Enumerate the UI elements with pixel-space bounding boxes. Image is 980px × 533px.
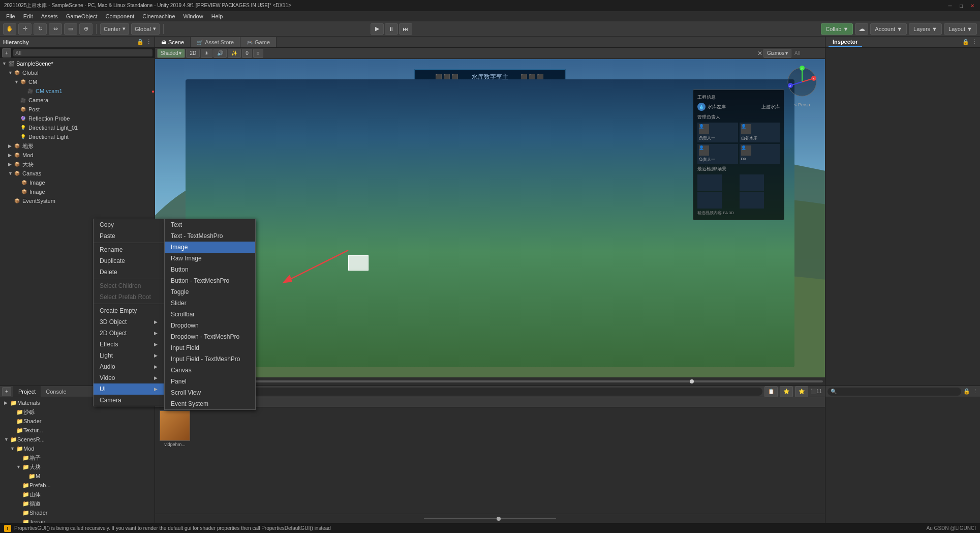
ctx-camera[interactable]: Camera bbox=[94, 395, 164, 406]
proj-item-boxes[interactable]: 📁 箱子 bbox=[0, 453, 155, 462]
ctx-paste[interactable]: Paste bbox=[94, 230, 164, 242]
proj-item-terrain[interactable]: 📁 Terrair bbox=[0, 517, 155, 523]
tree-item-eventsystem[interactable]: 📦 EventSystem bbox=[0, 196, 155, 205]
tree-item-camera[interactable]: 🎥 Camera bbox=[0, 96, 155, 105]
layers-dropdown[interactable]: Layers ▼ bbox=[909, 23, 942, 35]
tree-item-cmvcam1[interactable]: 🎥 CM vcam1 ● bbox=[0, 86, 155, 96]
tree-item-terrain[interactable]: ▶ 📦 地形 bbox=[0, 141, 155, 151]
submenu-input-field[interactable]: Input Field bbox=[165, 342, 255, 353]
inspector-lock-icon[interactable]: 🔒 bbox=[962, 39, 969, 45]
ctx-rename[interactable]: Rename bbox=[94, 244, 164, 255]
minimize-button[interactable]: ─ bbox=[946, 2, 954, 9]
tree-item-mod[interactable]: ▶ 📦 Mod bbox=[0, 151, 155, 160]
submenu-button-meshpro[interactable]: Button - TextMeshPro bbox=[165, 275, 255, 286]
rect-tool[interactable]: ▭ bbox=[64, 23, 77, 35]
ctx-copy[interactable]: Copy bbox=[94, 219, 164, 230]
tree-item-reflection[interactable]: 🔮 Reflection Probe bbox=[0, 114, 155, 123]
asset-item-vidpehm[interactable]: vidpehm... bbox=[157, 409, 193, 448]
slider-thumb[interactable] bbox=[690, 379, 694, 383]
proj-item-shader2[interactable]: 📁 Shader bbox=[0, 417, 155, 426]
tree-item-canvas[interactable]: ▼ 📦 Canvas bbox=[0, 169, 155, 178]
proj-item-shader1[interactable]: 📁 沙砾 bbox=[0, 407, 155, 417]
submenu-button[interactable]: Button bbox=[165, 264, 255, 275]
tree-item-dirlight01[interactable]: 💡 Directional Light_01 bbox=[0, 123, 155, 132]
ctx-2d-object[interactable]: 2D Object ▶ bbox=[94, 328, 164, 339]
tab-asset-store[interactable]: 🛒Asset Store bbox=[191, 37, 240, 47]
global-dropdown[interactable]: Global▾ bbox=[131, 23, 160, 35]
menu-file[interactable]: File bbox=[2, 12, 19, 20]
right-bottom-lock[interactable]: 🔒 bbox=[963, 388, 970, 395]
tree-item-global[interactable]: ▼ 📦 Global bbox=[0, 68, 155, 77]
zoom-track[interactable] bbox=[424, 518, 556, 519]
proj-item-prefab[interactable]: 📁 Prefab... bbox=[0, 481, 155, 490]
2d-toggle[interactable]: 2D bbox=[186, 49, 200, 58]
submenu-input-field-meshpro[interactable]: Input Field - TextMeshPro bbox=[165, 353, 255, 365]
close-button[interactable]: ✕ bbox=[969, 2, 976, 9]
move-tool[interactable]: ✛ bbox=[18, 23, 32, 35]
zoom-thumb[interactable] bbox=[497, 517, 501, 521]
proj-item-shader3[interactable]: 📁 Shader bbox=[0, 508, 155, 517]
tab-scene[interactable]: 🏔Scene bbox=[155, 37, 191, 47]
menu-cinemachine[interactable]: Cinemachine bbox=[138, 12, 179, 20]
ctx-video[interactable]: Video ▶ bbox=[94, 372, 164, 383]
gizmos-dropdown[interactable]: Gizmos▾ bbox=[763, 49, 791, 58]
proj-item-loops[interactable]: 📁 循道 bbox=[0, 499, 155, 508]
proj-item-mountain[interactable]: 📁 山体 bbox=[0, 490, 155, 499]
assets-search-input[interactable] bbox=[169, 389, 759, 394]
ctx-duplicate[interactable]: Duplicate bbox=[94, 255, 164, 266]
proj-item-textures[interactable]: 📁 Textur... bbox=[0, 426, 155, 435]
submenu-scroll-view[interactable]: Scroll View bbox=[165, 387, 255, 398]
pause-button[interactable]: ⏸ bbox=[385, 23, 398, 35]
menu-component[interactable]: Component bbox=[101, 12, 138, 20]
right-bottom-menu[interactable]: ⋮ bbox=[972, 388, 978, 395]
submenu-image[interactable]: Image bbox=[165, 242, 255, 253]
proj-item-m[interactable]: 📁 M bbox=[0, 471, 155, 481]
ctx-create-empty[interactable]: Create Empty bbox=[94, 305, 164, 316]
add-gameobject-button[interactable]: + bbox=[2, 48, 11, 57]
submenu-scrollbar[interactable]: Scrollbar bbox=[165, 309, 255, 320]
submenu-event-system[interactable]: Event System bbox=[165, 398, 255, 409]
tab-game[interactable]: 🎮Game bbox=[240, 37, 277, 47]
submenu-toggle[interactable]: Toggle bbox=[165, 286, 255, 298]
scene-search-input[interactable] bbox=[792, 49, 823, 57]
collab-button[interactable]: Collab ▼ bbox=[821, 23, 853, 35]
add-asset-button[interactable]: + bbox=[2, 387, 11, 396]
transform-tool[interactable]: ⊕ bbox=[79, 23, 93, 35]
tree-item-post[interactable]: 📦 Post bbox=[0, 105, 155, 114]
tree-item-cm[interactable]: ▼ 📦 CM bbox=[0, 77, 155, 86]
maximize-button[interactable]: □ bbox=[958, 2, 965, 9]
tab-project[interactable]: Project bbox=[13, 386, 41, 397]
pivot-dropdown[interactable]: Center▾ bbox=[100, 23, 129, 35]
submenu-text-meshpro[interactable]: Text - TextMeshPro bbox=[165, 230, 255, 242]
submenu-canvas[interactable]: Canvas bbox=[165, 365, 255, 376]
play-button[interactable]: ▶ bbox=[371, 23, 384, 35]
menu-window[interactable]: Window bbox=[179, 12, 207, 20]
submenu-slider[interactable]: Slider bbox=[165, 298, 255, 309]
hand-tool[interactable]: ✋ bbox=[3, 23, 16, 35]
lighting-toggle[interactable]: ☀ bbox=[201, 49, 212, 58]
proj-item-scenesr[interactable]: ▼📁 ScenesR... bbox=[0, 435, 155, 444]
tab-inspector[interactable]: Inspector bbox=[829, 38, 862, 47]
menu-edit[interactable]: Edit bbox=[19, 12, 37, 20]
slider-track[interactable] bbox=[157, 380, 823, 382]
ctx-3d-object[interactable]: 3D Object ▶ bbox=[94, 316, 164, 328]
ctx-delete[interactable]: Delete bbox=[94, 266, 164, 278]
tree-item-image1[interactable]: 📦 Image bbox=[0, 178, 155, 187]
proj-item-mod[interactable]: ▼📁 Mod bbox=[0, 444, 155, 453]
scene-camera-btn[interactable]: 0 bbox=[242, 49, 252, 58]
inspector-menu-icon[interactable]: ⋮ bbox=[971, 39, 977, 45]
cloud-button[interactable]: ☁ bbox=[855, 23, 868, 35]
account-dropdown[interactable]: Account ▼ bbox=[870, 23, 907, 35]
scene-gizmo[interactable]: Y X Z < Persp bbox=[784, 64, 820, 100]
hierarchy-lock-icon[interactable]: 🔒 bbox=[137, 39, 144, 45]
hierarchy-search-input[interactable] bbox=[13, 49, 152, 56]
tree-item-rocks[interactable]: ▶ 📦 大块 bbox=[0, 160, 155, 169]
submenu-raw-image[interactable]: Raw Image bbox=[165, 253, 255, 264]
shading-dropdown[interactable]: Shaded▾ bbox=[157, 49, 185, 58]
ctx-effects[interactable]: Effects ▶ bbox=[94, 339, 164, 350]
assets-icon-view-btn[interactable]: 📋 bbox=[764, 386, 778, 397]
tree-item-samplescene[interactable]: ▼ 🎬 SampleScene* bbox=[0, 59, 155, 68]
submenu-dropdown[interactable]: Dropdown bbox=[165, 320, 255, 331]
submenu-dropdown-meshpro[interactable]: Dropdown - TextMeshPro bbox=[165, 331, 255, 342]
tab-console[interactable]: Console bbox=[41, 386, 71, 397]
